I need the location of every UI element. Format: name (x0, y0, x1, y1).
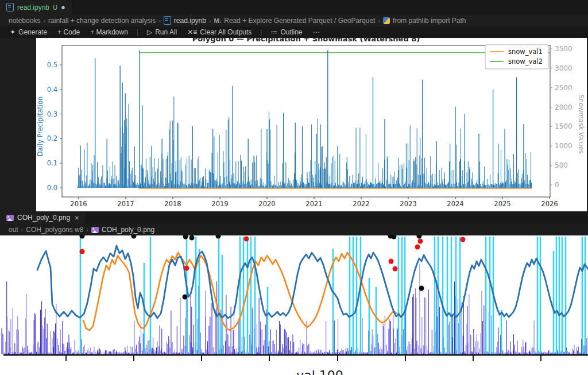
add-code-cell-button[interactable]: + Code (53, 28, 84, 37)
svg-text:2025: 2025 (494, 200, 510, 208)
close-icon[interactable]: × (75, 214, 79, 222)
svg-text:0: 0 (555, 181, 559, 189)
tab-label: read.ipynb (17, 3, 49, 11)
svg-text:1500: 1500 (555, 122, 572, 130)
add-code-label: + Code (57, 28, 80, 36)
tab-label: COH_poly_0.png (17, 214, 70, 222)
breadcrumb-item-analysis-folder[interactable]: rainfall + change detection analysis (48, 17, 156, 25)
tab-coh-poly-png[interactable]: COH_poly_0.png × (0, 211, 86, 224)
breadcrumb-item-notebooks[interactable]: notebooks (9, 17, 40, 25)
breadcrumb-item-out[interactable]: out (9, 226, 18, 234)
toolbar-divider: | (137, 28, 138, 36)
image-file-icon (91, 227, 99, 233)
clear-all-outputs-button[interactable]: ✕≡ Clear All Outputs (183, 28, 256, 37)
svg-text:0.5: 0.5 (47, 61, 57, 69)
svg-text:0.0: 0.0 (47, 184, 57, 192)
play-icon: ▷ (147, 28, 152, 36)
svg-text:2017: 2017 (117, 200, 134, 208)
sparkle-icon: ✦ (10, 28, 16, 36)
outline-label: Outline (280, 28, 302, 36)
clear-outputs-icon: ✕≡ (187, 28, 197, 36)
breadcrumb-notebook: notebooks › rainfall + change detection … (0, 14, 588, 26)
chevron-right-icon: › (158, 17, 161, 24)
toolbar-divider: | (260, 28, 262, 36)
svg-text:Snowmask Values: Snowmask Values (577, 94, 585, 153)
chevron-right-icon: › (378, 17, 380, 24)
clear-all-label: Clear All Outputs (200, 28, 252, 36)
notebook-file-icon (164, 16, 171, 25)
run-all-label: Run All (155, 28, 177, 36)
ellipsis-icon: ⋯ (313, 28, 320, 36)
breadcrumb-item-read-ipynb[interactable]: read.ipynb (174, 17, 206, 25)
breadcrumb-image: out › COH_polygons w8 › COH_poly_0.png (0, 224, 588, 235)
svg-text:snow_val2: snow_val2 (508, 57, 543, 65)
more-actions-button[interactable]: ⋯ (309, 28, 324, 37)
list-icon: ≔ (270, 28, 277, 36)
editor-tab-bar-notebook: read.ipynb U ● (0, 0, 588, 15)
svg-text:2000: 2000 (555, 103, 572, 111)
svg-text:2016: 2016 (70, 200, 87, 208)
tab-read-ipynb[interactable]: read.ipynb U ● (0, 0, 72, 14)
svg-text:0.4: 0.4 (47, 86, 57, 94)
image-file-icon (6, 215, 14, 221)
svg-text:2500: 2500 (555, 84, 572, 92)
chevron-right-icon: › (43, 17, 45, 24)
svg-text:3000: 3000 (555, 64, 572, 72)
svg-text:2021: 2021 (305, 200, 322, 208)
vscode-window: { "editor_group_1": { "tab": {"label": "… (0, 0, 588, 375)
svg-text:Polygon 0 — Precipitation + Sn: Polygon 0 — Precipitation + Snowmask (Wa… (192, 38, 420, 43)
svg-text:0.3: 0.3 (47, 110, 57, 118)
add-markdown-cell-button[interactable]: + Markdown (86, 28, 132, 37)
image-preview[interactable]: val 100 (0, 235, 588, 375)
chevron-right-icon: › (86, 226, 88, 233)
editor-tab-bar-image: COH_poly_0.png × (0, 211, 588, 225)
run-all-button[interactable]: ▷ Run All (143, 28, 181, 37)
precip-snowmask-chart: Polygon 0 — Precipitation + Snowmask (Wa… (0, 38, 588, 211)
svg-text:0.2: 0.2 (47, 134, 57, 142)
notebook-cell-output: Polygon 0 — Precipitation + Snowmask (Wa… (0, 38, 588, 211)
markdown-section-icon: M↓ (214, 17, 222, 24)
svg-text:3500: 3500 (555, 45, 572, 53)
breadcrumb-item-coh-polygons-w8[interactable]: COH_polygons w8 (26, 226, 83, 234)
svg-text:Daily Precipitation: Daily Precipitation (36, 96, 44, 157)
svg-text:2018: 2018 (164, 200, 181, 208)
add-markdown-label: + Markdown (90, 28, 128, 36)
svg-text:2023: 2023 (400, 200, 416, 208)
svg-text:0.1: 0.1 (47, 159, 57, 167)
breadcrumb-item-code-cell[interactable]: from pathlib import Path (393, 17, 466, 25)
generate-button[interactable]: ✦ Generate (6, 28, 51, 37)
svg-text:snow_val1: snow_val1 (508, 48, 543, 56)
breadcrumb-item-markdown-section[interactable]: Read + Explore Generated Parquet / GeoPa… (224, 17, 375, 25)
coh-poly-0-chart-image: val 100 (0, 235, 588, 375)
notebook-file-icon (6, 3, 14, 11)
svg-text:1000: 1000 (555, 142, 572, 150)
notebook-toolbar: ✦ Generate + Code + Markdown | ▷ Run All… (0, 26, 588, 38)
svg-text:2026: 2026 (541, 200, 558, 208)
svg-text:2019: 2019 (211, 200, 228, 208)
breadcrumb-item-coh-poly-0-png[interactable]: COH_poly_0.png (102, 226, 154, 234)
svg-text:2020: 2020 (258, 200, 275, 208)
svg-text:500: 500 (555, 161, 568, 169)
git-status-untracked: U (53, 4, 57, 11)
svg-text:2024: 2024 (447, 200, 463, 208)
outline-button[interactable]: ≔ Outline (266, 28, 306, 37)
unsaved-dot-icon[interactable]: ● (61, 5, 65, 10)
python-icon (383, 17, 390, 24)
generate-label: Generate (18, 28, 47, 36)
chevron-right-icon: › (209, 17, 211, 24)
chevron-right-icon: › (21, 226, 24, 233)
svg-text:val 100: val 100 (296, 368, 343, 375)
svg-text:2022: 2022 (353, 200, 369, 208)
